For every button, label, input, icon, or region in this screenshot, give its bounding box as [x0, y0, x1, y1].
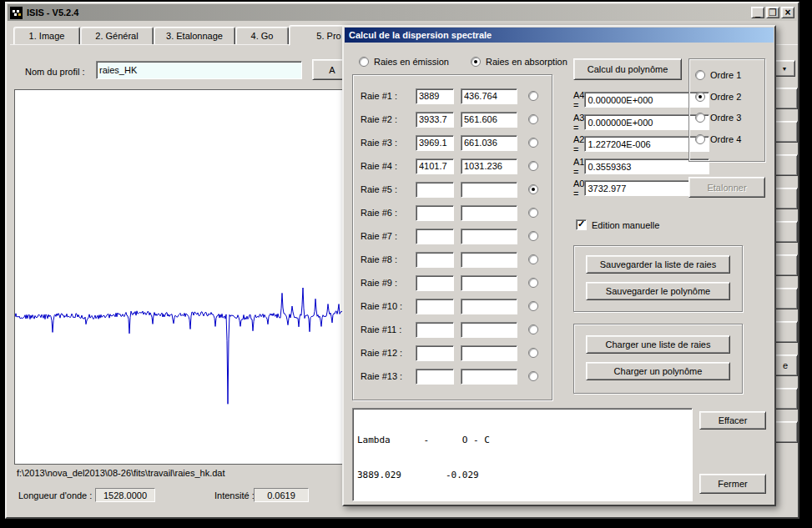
raie-select-radio[interactable] [528, 371, 538, 381]
raie-pixel-input[interactable] [461, 275, 517, 291]
raie-row-13: Raie #13 : [361, 366, 552, 386]
raie-pixel-input[interactable] [461, 182, 517, 198]
etalonner-button[interactable]: Etalonner [688, 177, 765, 198]
result-line: 3889.029 -0.029 [357, 470, 688, 481]
raie-wavelength-input[interactable] [416, 229, 454, 244]
ordre-3-option[interactable]: Ordre 3 [695, 113, 741, 123]
edge-button-5[interactable] [773, 221, 798, 243]
load-polynomial-button[interactable]: Charger un polynôme [586, 362, 730, 380]
ordre-4-option[interactable]: Ordre 4 [695, 134, 741, 144]
raie-wavelength-input[interactable] [416, 112, 454, 128]
edge-button-11[interactable] [773, 421, 798, 443]
intensity-value: 0.0619 [254, 488, 309, 502]
raie-select-radio[interactable] [528, 324, 538, 334]
raie-select-radio[interactable] [528, 254, 538, 264]
raie-wavelength-input[interactable] [416, 88, 454, 104]
raie-wavelength-input[interactable] [416, 158, 454, 174]
raie-pixel-input[interactable] [461, 205, 517, 221]
tab-go[interactable]: 4. Go [235, 27, 289, 45]
raie-select-radio[interactable] [528, 278, 538, 288]
raie-select-radio[interactable] [528, 184, 538, 194]
edge-button-4[interactable] [773, 188, 798, 209]
raie-pixel-input[interactable] [461, 229, 517, 244]
tab-image[interactable]: 1. Image [13, 27, 80, 45]
raie-pixel-input[interactable] [461, 135, 517, 151]
raie-select-radio[interactable] [528, 208, 538, 218]
edge-button-9[interactable]: e [773, 355, 798, 376]
raie-select-radio[interactable] [528, 91, 538, 101]
coef-row-a4: A4 = [573, 92, 678, 108]
ordre-1-option[interactable]: Ordre 1 [695, 70, 741, 80]
raie-select-radio[interactable] [528, 138, 538, 148]
absorption-radio[interactable] [471, 57, 481, 67]
raie-row-1: Raie #1 : [361, 86, 552, 106]
close-button[interactable]: × [781, 7, 794, 18]
emission-radio[interactable] [359, 57, 369, 67]
dispersion-dialog: Calcul de la dispersion spectrale Raies … [342, 25, 776, 506]
raie-wavelength-input[interactable] [416, 205, 454, 221]
save-line-list-button[interactable]: Sauvegarder la liste de raies [586, 255, 730, 274]
raie-label: Raie #13 : [361, 371, 416, 381]
raie-wavelength-input[interactable] [416, 299, 454, 314]
raie-wavelength-input[interactable] [416, 345, 454, 361]
save-polynomial-button[interactable]: Sauvegarder le polynôme [586, 282, 730, 300]
raie-select-radio[interactable] [528, 348, 538, 358]
edge-button-1[interactable] [773, 88, 798, 109]
ordre-1-radio[interactable] [695, 70, 705, 80]
data-file-path: f:\2013\nova_del2013\08-26\fits\travail\… [17, 468, 225, 478]
main-titlebar[interactable]: ISIS - V5.2.4 _ ❒ × [8, 4, 797, 21]
raie-select-radio[interactable] [528, 301, 538, 311]
absorption-radio-option[interactable]: Raies en absorption [471, 57, 567, 67]
raie-wavelength-input[interactable] [416, 182, 454, 198]
raie-pixel-input[interactable] [461, 112, 517, 128]
edge-button-10[interactable] [773, 388, 798, 410]
raie-label: Raie #2 : [361, 114, 416, 124]
raie-pixel-input[interactable] [461, 369, 517, 385]
raie-pixel-input[interactable] [461, 299, 517, 314]
raie-label: Raie #4 : [361, 161, 416, 171]
edge-button-8[interactable] [773, 321, 798, 343]
ordre-2-option[interactable]: Ordre 2 [695, 92, 741, 102]
raie-row-6: Raie #6 : [361, 203, 552, 223]
raie-wavelength-input[interactable] [416, 275, 454, 291]
raie-pixel-input[interactable] [461, 88, 517, 104]
raie-pixel-input[interactable] [461, 345, 517, 361]
ordre-4-radio[interactable] [695, 134, 705, 144]
dialog-titlebar[interactable]: Calcul de la dispersion spectrale [345, 28, 774, 43]
ordre-3-radio[interactable] [695, 113, 705, 123]
manual-edit-option[interactable]: ✓ Edition manuelle [576, 219, 659, 230]
results-header: Lambda - O - C [357, 435, 688, 446]
maximize-button[interactable]: ❒ [766, 7, 779, 18]
fermer-button[interactable]: Fermer [699, 474, 766, 494]
tab-general[interactable]: 2. Général [80, 27, 154, 45]
ordre-2-radio[interactable] [695, 92, 705, 102]
edge-button-6[interactable] [773, 254, 798, 276]
raie-wavelength-input[interactable] [416, 252, 454, 268]
compute-polynomial-button[interactable]: Calcul du polynôme [573, 58, 682, 80]
raie-pixel-input[interactable] [461, 252, 517, 268]
raie-wavelength-input[interactable] [416, 322, 454, 338]
emission-radio-option[interactable]: Raies en émission [359, 57, 449, 67]
dropdown-button[interactable]: ▼ [774, 60, 795, 77]
effacer-button[interactable]: Effacer [699, 411, 766, 430]
raie-row-10: Raie #10 : [361, 296, 552, 316]
raie-select-radio[interactable] [528, 161, 538, 171]
edge-button-3[interactable] [773, 154, 798, 176]
profile-name-input[interactable] [96, 61, 302, 79]
tab-etalonnage[interactable]: 3. Etalonnage [154, 27, 235, 45]
chevron-down-icon: ▼ [782, 66, 788, 72]
raie-wavelength-input[interactable] [416, 135, 454, 151]
raie-pixel-input[interactable] [461, 322, 517, 338]
raie-select-radio[interactable] [528, 231, 538, 241]
raie-label: Raie #3 : [361, 138, 416, 148]
results-listbox[interactable]: Lambda - O - C 3889.029 -0.029 3933.618 … [352, 408, 693, 501]
raie-wavelength-input[interactable] [416, 369, 454, 385]
manual-edit-checkbox[interactable]: ✓ [576, 219, 587, 230]
edge-button-2[interactable] [773, 121, 798, 143]
raie-select-radio[interactable] [528, 114, 538, 124]
minimize-button[interactable]: _ [751, 7, 764, 18]
coef-row-a2: A2 = [573, 136, 678, 152]
edge-button-7[interactable] [773, 288, 798, 309]
load-line-list-button[interactable]: Charger une liste de raies [586, 335, 730, 354]
raie-pixel-input[interactable] [461, 158, 517, 174]
